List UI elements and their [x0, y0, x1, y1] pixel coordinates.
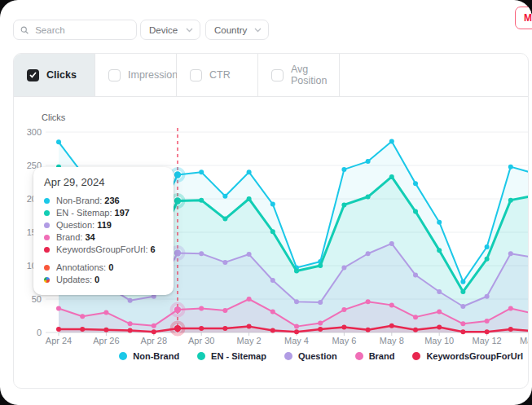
tooltip-row-text: Annotations: 0	[56, 262, 113, 272]
tab-avg-position[interactable]: Avg Position	[258, 54, 340, 96]
data-point	[460, 321, 465, 326]
data-point	[294, 299, 299, 304]
x-tick-label: May 8	[380, 336, 404, 346]
y-tick-label: 300	[15, 127, 42, 137]
data-point	[389, 241, 394, 246]
data-point	[318, 300, 323, 305]
data-point	[80, 327, 85, 332]
tooltip-row: Brand: 34	[44, 232, 163, 242]
data-point	[389, 324, 394, 328]
checkbox-unchecked-icon[interactable]	[190, 69, 202, 81]
x-tick-label: May 4	[284, 336, 309, 346]
data-point	[222, 308, 227, 313]
x-tick-label: Apr 30	[188, 336, 214, 346]
legend-item-en-sitemap[interactable]: EN - Sitemap	[197, 351, 266, 361]
tab-impressions[interactable]: Impressions	[95, 54, 177, 96]
tooltip-row-text: Brand: 34	[56, 232, 95, 242]
data-point	[128, 298, 133, 303]
tooltip-row: KeywordsGroupForUrl: 6	[44, 244, 163, 254]
series-dot-icon	[44, 210, 50, 216]
legend-item-brand[interactable]: Brand	[355, 351, 395, 361]
device-select-label: Device	[149, 25, 178, 35]
chevron-down-icon	[186, 28, 193, 33]
x-tick-label: May 12	[473, 336, 502, 346]
checkbox-unchecked-icon[interactable]	[108, 69, 121, 81]
data-point	[222, 260, 227, 265]
legend-item-question[interactable]: Question	[284, 351, 337, 361]
data-point	[460, 280, 465, 284]
data-point	[80, 314, 85, 319]
legend-item-keywordsgroupforurl[interactable]: KeywordsGroupForUrl	[412, 351, 523, 361]
data-point	[366, 251, 371, 256]
data-point	[413, 315, 418, 319]
tooltip-row: Annotations: 0	[44, 262, 163, 272]
tab-ctr[interactable]: CTR	[177, 54, 258, 96]
data-point	[152, 329, 156, 334]
checkbox-checked-icon[interactable]	[27, 69, 39, 81]
tab-clicks[interactable]: Clicks	[14, 54, 95, 96]
search-input[interactable]	[33, 24, 130, 36]
annotations-dot-icon	[44, 265, 50, 271]
data-point	[56, 327, 61, 332]
data-point	[413, 272, 418, 277]
data-point	[389, 139, 394, 143]
data-point	[318, 321, 323, 326]
data-point	[56, 306, 61, 310]
data-point	[341, 167, 346, 172]
data-point	[222, 217, 227, 222]
country-select[interactable]: Country	[205, 20, 269, 40]
data-point	[247, 324, 252, 329]
tooltip-row: Non-Brand: 236	[44, 196, 163, 205]
data-point	[270, 310, 275, 315]
legend-dot-icon	[412, 352, 420, 360]
data-point	[270, 328, 275, 333]
data-point	[341, 202, 346, 207]
series-dot-icon	[44, 247, 50, 253]
data-point	[460, 304, 465, 309]
data-point	[294, 324, 299, 329]
data-point	[318, 263, 323, 268]
data-point	[56, 139, 61, 144]
metric-tabs: ClicksImpressionsCTRAvg Position	[14, 54, 528, 97]
data-point	[294, 269, 299, 274]
data-point	[366, 299, 371, 304]
data-point	[103, 310, 108, 315]
tab-label: Avg Position	[291, 64, 339, 86]
legend-dot-icon	[119, 352, 127, 360]
data-point	[270, 229, 275, 234]
data-point	[318, 327, 323, 332]
tooltip-date: Apr 29, 2024	[44, 176, 163, 188]
data-point	[460, 329, 465, 334]
tooltip-row-text: EN - Sitemap: 197	[56, 208, 130, 218]
legend-item-non-brand[interactable]: Non-Brand	[119, 351, 179, 361]
chart-legend: Non-BrandEN - SitemapQuestionBrandKeywor…	[14, 351, 523, 361]
data-point	[508, 327, 513, 332]
tab-label: CTR	[209, 69, 231, 81]
data-point	[508, 165, 513, 169]
more-button[interactable]: M	[515, 7, 532, 29]
data-point	[103, 328, 108, 332]
x-tick-label: May 2	[237, 336, 262, 346]
device-select[interactable]: Device	[140, 20, 200, 40]
data-point	[389, 174, 394, 179]
data-point	[366, 195, 371, 200]
tooltip-row: EN - Sitemap: 197	[44, 208, 163, 218]
y-tick-label: 0	[15, 328, 42, 337]
search-box[interactable]	[13, 20, 137, 40]
legend-label: EN - Sitemap	[211, 351, 266, 361]
updates-icon	[44, 277, 50, 283]
x-tick-label: Apr 28	[141, 336, 167, 346]
data-point	[366, 159, 371, 164]
data-point	[174, 325, 181, 332]
data-point	[128, 321, 133, 326]
data-point	[199, 169, 204, 174]
data-point	[270, 278, 275, 283]
data-point	[128, 328, 133, 333]
checkbox-unchecked-icon[interactable]	[271, 69, 284, 81]
data-point	[485, 294, 490, 299]
data-point	[174, 306, 181, 313]
tooltip-row: Updates: 0	[44, 275, 163, 284]
data-point	[247, 196, 252, 201]
tooltip-row: Question: 119	[44, 220, 163, 230]
legend-label: Question	[298, 351, 337, 361]
